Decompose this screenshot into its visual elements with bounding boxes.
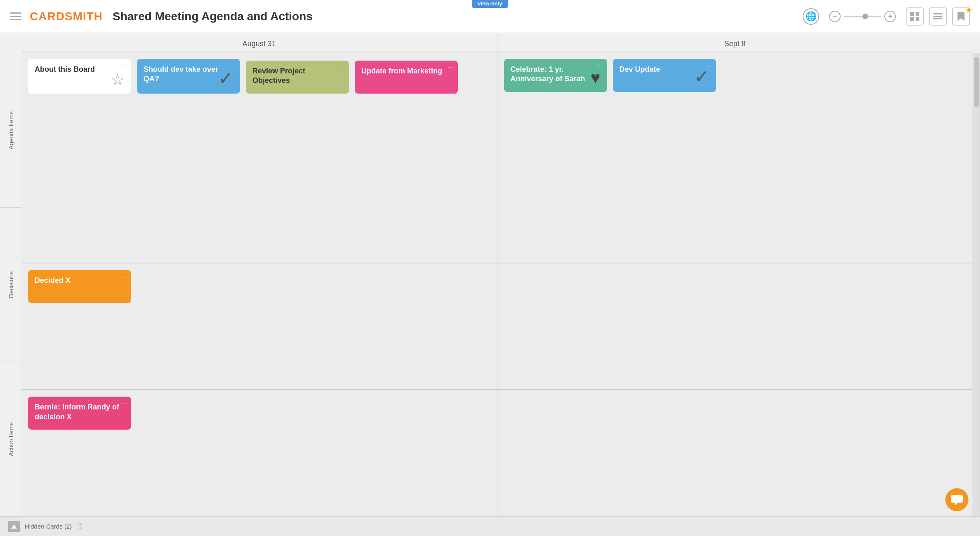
svg-rect-2	[910, 17, 914, 21]
card-decided-x[interactable]: ··· Decided X	[28, 270, 131, 303]
zoom-in-button[interactable]: +	[884, 11, 896, 22]
zoom-control: − +	[829, 11, 896, 22]
star-badge: ★	[965, 5, 973, 15]
grid-view-button[interactable]	[906, 7, 924, 26]
header-left: CARDSMITH Shared Meeting Agenda and Acti…	[10, 10, 313, 23]
agenda-aug31-cell: ··· About this Board ☆ ··· Should dev ta…	[21, 52, 497, 263]
row-label-decisions: Decisions	[0, 207, 21, 362]
card-menu-dots[interactable]: ···	[121, 273, 127, 280]
zoom-slider-thumb	[862, 14, 868, 19]
header-center: 🌐 − +	[803, 7, 970, 26]
column-headers: August 31 Sept 8	[21, 33, 973, 52]
svg-rect-3	[916, 17, 919, 21]
svg-rect-4	[933, 13, 942, 14]
menu-icon[interactable]	[10, 10, 23, 23]
svg-rect-0	[910, 12, 914, 16]
card-about-board[interactable]: ··· About this Board ☆	[28, 59, 131, 94]
view-only-badge: view-only	[472, 0, 508, 8]
decisions-row: ··· Decided X	[21, 263, 973, 390]
scrollbar-thumb	[974, 57, 979, 107]
svg-marker-7	[11, 524, 17, 529]
main-board: Agenda Items Decisions Action Items Augu…	[0, 33, 980, 516]
zoom-slider[interactable]	[844, 16, 881, 17]
card-menu-dots[interactable]: ···	[448, 64, 454, 71]
row-labels: Agenda Items Decisions Action Items	[0, 53, 21, 516]
actions-sept8-cell	[497, 390, 973, 516]
chat-button[interactable]	[945, 488, 968, 511]
heart-icon: ♥	[591, 68, 601, 87]
svg-rect-5	[933, 16, 942, 17]
col-header-aug31: August 31	[21, 33, 497, 52]
footer: Hidden Cards (2) 🗑	[0, 516, 980, 536]
globe-icon[interactable]: 🌐	[803, 8, 819, 25]
svg-rect-1	[916, 12, 919, 16]
row-label-agenda-text: Agenda Items	[7, 111, 14, 150]
zoom-out-button[interactable]: −	[829, 11, 841, 22]
checkmark-icon: ✓	[218, 68, 233, 89]
decisions-aug31-cell: ··· Decided X	[21, 263, 497, 390]
card-menu-dots[interactable]: ···	[121, 62, 127, 69]
list-view-button[interactable]	[929, 7, 947, 26]
star-icon: ☆	[111, 71, 125, 89]
card-dev-update[interactable]: ··· Dev Update ✓	[613, 59, 716, 92]
row-label-agenda: Agenda Items	[0, 53, 21, 207]
logo[interactable]: CARDSMITH	[30, 10, 103, 23]
decisions-sept8-cell	[497, 263, 973, 390]
checkmark-icon: ✓	[694, 66, 709, 87]
actions-aug31-cell: ··· Bernie: Inform Randy of decision X	[21, 390, 497, 516]
trash-icon[interactable]: 🗑	[77, 522, 84, 531]
actions-row: ··· Bernie: Inform Randy of decision X	[21, 390, 973, 516]
card-update-marketing[interactable]: ··· Update from Marketing	[355, 61, 458, 94]
card-menu-dots[interactable]: ···	[121, 400, 127, 407]
col-header-sept8: Sept 8	[497, 33, 973, 52]
row-label-actions-text: Action Items	[7, 422, 14, 456]
card-should-dev[interactable]: ··· Should dev take over QA? ✓	[137, 59, 240, 94]
card-celebrate-sarah[interactable]: ··· Celebrate: 1 yr. Anniversary of Sara…	[504, 59, 607, 92]
agenda-row: ··· About this Board ☆ ··· Should dev ta…	[21, 52, 973, 263]
card-menu-dots[interactable]: ···	[597, 62, 603, 69]
bookmark-button[interactable]: ★	[952, 7, 970, 26]
card-menu-dots[interactable]: ···	[339, 64, 345, 71]
expand-hidden-cards-button[interactable]	[8, 521, 20, 532]
card-review-project[interactable]: ··· Review Project Objectives	[246, 61, 349, 94]
board-title: Shared Meeting Agenda and Actions	[113, 10, 313, 23]
svg-rect-6	[933, 18, 942, 19]
row-label-actions: Action Items	[0, 362, 21, 516]
hidden-cards-label: Hidden Cards (2)	[25, 523, 72, 530]
agenda-sept8-cell: ··· Celebrate: 1 yr. Anniversary of Sara…	[497, 52, 973, 263]
row-label-decisions-text: Decisions	[7, 271, 14, 298]
header: CARDSMITH Shared Meeting Agenda and Acti…	[0, 0, 980, 33]
header-icons: ★	[906, 7, 970, 26]
card-bernie[interactable]: ··· Bernie: Inform Randy of decision X	[28, 397, 131, 430]
scrollbar[interactable]	[973, 53, 980, 516]
